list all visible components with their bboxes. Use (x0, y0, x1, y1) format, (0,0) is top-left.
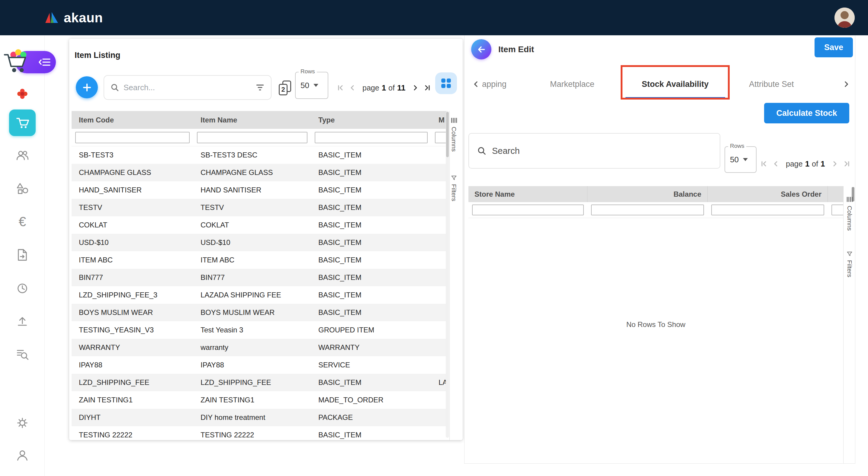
last-page-button[interactable] (424, 84, 431, 92)
app-root: akaun (0, 0, 868, 476)
column-header-type[interactable]: Type (311, 111, 431, 129)
tabs-scroll-left-button[interactable] (472, 69, 480, 99)
rows-per-page-select[interactable]: Rows 50 (295, 72, 328, 99)
tab-attribute-set[interactable]: Attribute Set (749, 69, 794, 99)
prev-page-button[interactable] (348, 84, 356, 92)
save-button[interactable]: Save (814, 37, 853, 57)
user-avatar[interactable] (835, 7, 855, 28)
table-row[interactable]: CHAMPAGNE GLASSCHAMPAGNE GLASSBASIC_ITEM (71, 164, 447, 181)
table-row[interactable]: IPAY88IPAY88SERVICE (71, 356, 447, 374)
cell-type: GROUPED ITEM (311, 321, 431, 339)
columns-icon (451, 117, 457, 124)
people-icon (16, 149, 29, 162)
page-count-button[interactable]: 2 (279, 80, 293, 96)
cell-item-name: COKLAT (193, 216, 311, 234)
column-header-clipped[interactable]: M (431, 111, 447, 129)
stock-rows-per-page-select[interactable]: Rows 50 (724, 146, 756, 173)
cell-item-name: ZAIN TESTING1 (193, 391, 311, 409)
sidebar-item-audit-search[interactable] (16, 347, 29, 361)
tabs-scroll-right-button[interactable] (842, 69, 850, 99)
prev-page-icon (348, 84, 356, 92)
sidebar-item-products[interactable] (16, 181, 29, 196)
calculate-stock-button[interactable]: Calculate Stock (764, 103, 849, 123)
sidebar-item-history[interactable] (16, 281, 29, 295)
filters-side-tab[interactable]: Filters (843, 251, 855, 277)
cell-item-name: warranty (193, 339, 311, 356)
table-row[interactable]: HAND_SANITISERHAND SANITISERBASIC_ITEM (71, 181, 447, 199)
sidebar-item-currency[interactable]: € (16, 215, 29, 229)
table-row[interactable]: DIYHTDIY home treatmentPACKAGE (71, 409, 447, 426)
filter-input-balance[interactable] (591, 205, 704, 215)
cell-type: BASIC_ITEM (311, 234, 431, 251)
table-row[interactable]: BIN777BIN777BASIC_ITEM (71, 269, 447, 286)
add-item-button[interactable] (76, 76, 98, 98)
filter-input-sales-order[interactable] (711, 205, 824, 215)
sidebar-item-pos-active[interactable] (9, 109, 36, 136)
table-row[interactable]: WARRANTYwarrantyWARRANTY (71, 339, 447, 356)
columns-side-tab[interactable]: Columns (843, 196, 855, 231)
search-icon (477, 146, 487, 156)
filter-input-item-code[interactable] (75, 132, 190, 143)
upload-icon (16, 315, 29, 328)
columns-side-tab[interactable]: Columns (450, 117, 458, 152)
sidebar-item-document-export[interactable] (16, 248, 29, 262)
cell-item-code: DIYHT (71, 409, 193, 426)
stock-search-input[interactable] (492, 146, 712, 156)
person-icon (16, 449, 29, 462)
search-input[interactable] (124, 83, 251, 92)
first-page-icon (760, 160, 768, 168)
next-page-button[interactable] (831, 160, 839, 168)
filter-input-clipped[interactable] (832, 205, 843, 215)
tab-mapping[interactable]: apping (482, 69, 506, 99)
cell-item-name: TESTING 22222 (193, 426, 311, 440)
tab-marketplace[interactable]: Marketplace (550, 69, 594, 99)
sidebar-item-profile[interactable] (16, 448, 29, 463)
sidebar-item-red-app[interactable] (16, 87, 29, 101)
column-header-item-name[interactable]: Item Name (193, 111, 311, 129)
next-page-button[interactable] (411, 84, 419, 92)
table-row[interactable]: LZD_SHIPPING_FEE_3LAZADA SHIPPING FEEBAS… (71, 286, 447, 304)
first-page-button[interactable] (760, 160, 768, 168)
column-header-sales-order[interactable]: Sales Order (708, 186, 828, 202)
table-row[interactable]: LZD_SHIPPING_FEELZD_SHIPPING_FEEBASIC_IT… (71, 374, 447, 391)
gear-icon (16, 416, 29, 430)
cell-extra (431, 234, 447, 251)
filter-input-store-name[interactable] (472, 205, 584, 215)
chevron-left-icon (472, 80, 480, 89)
item-search-box (103, 75, 272, 100)
table-row[interactable]: ITEM ABCITEM ABCBASIC_ITEM (71, 251, 447, 269)
cell-type: MADE_TO_ORDER (311, 391, 431, 409)
pos-app-sticker[interactable] (2, 46, 33, 76)
sidebar-item-settings[interactable] (16, 416, 29, 430)
prev-page-button[interactable] (772, 160, 780, 168)
table-row[interactable]: TESTING 22222TESTING 22222BASIC_ITEM (71, 426, 447, 440)
filter-input-item-name[interactable] (197, 132, 307, 143)
last-page-button[interactable] (843, 160, 851, 168)
table-row[interactable]: SB-TEST3SB-TEST3 DESCBASIC_ITEM (71, 146, 447, 164)
filters-side-tab[interactable]: Filters (450, 175, 458, 201)
cell-item-name: DIY home treatment (193, 409, 311, 426)
scrollbar-thumb[interactable] (446, 112, 449, 157)
last-page-icon (843, 160, 851, 168)
table-row[interactable]: BOYS MUSLIM WEARBOYS MUSLIM WEARBASIC_IT… (71, 304, 447, 321)
table-row[interactable]: ZAIN TESTING1ZAIN TESTING1MADE_TO_ORDER (71, 391, 447, 409)
filter-list-icon[interactable] (255, 83, 265, 92)
column-header-item-code[interactable]: Item Code (71, 111, 193, 129)
tab-stock-availability[interactable]: Stock Availability (621, 69, 730, 99)
grid-view-button[interactable] (435, 72, 457, 94)
table-row[interactable]: TESTVTESTVBASIC_ITEM (71, 199, 447, 216)
column-header-balance[interactable]: Balance (587, 186, 708, 202)
cell-item-code: TESTING_YEASIN_V3 (71, 321, 193, 339)
table-row[interactable]: TESTING_YEASIN_V3Test Yeasin 3GROUPED IT… (71, 321, 447, 339)
history-clock-icon (16, 281, 29, 295)
column-header-store-name[interactable]: Store Name (468, 186, 587, 202)
cell-item-code: LZD_SHIPPING_FEE_3 (71, 286, 193, 304)
sidebar-item-contacts[interactable] (16, 148, 29, 162)
first-page-button[interactable] (336, 84, 344, 92)
filter-input-type[interactable] (315, 132, 428, 143)
table-row[interactable]: USD-$10USD-$10BASIC_ITEM (71, 234, 447, 251)
cell-type: BASIC_ITEM (311, 269, 431, 286)
table-row[interactable]: COKLATCOKLATBASIC_ITEM (71, 216, 447, 234)
sidebar-item-upload[interactable] (16, 314, 29, 328)
back-button[interactable] (471, 39, 491, 60)
